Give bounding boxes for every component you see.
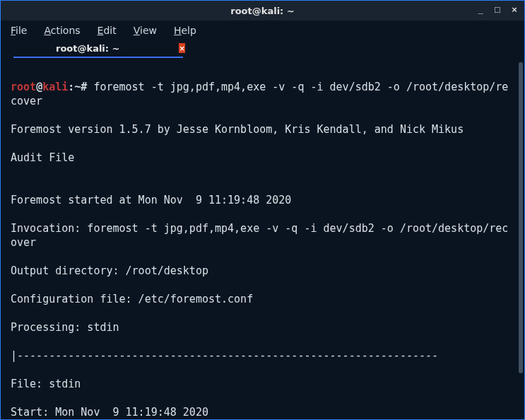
prompt-line: root@kali:~# foremost -t jpg,pdf,mp4,exe…	[11, 80, 514, 108]
menu-actions[interactable]: Actions	[44, 25, 80, 36]
prompt-host: kali	[42, 81, 68, 93]
tab-label: root@kali: ~	[56, 43, 119, 54]
output-line: Output directory: /root/desktop	[11, 264, 514, 278]
minimize-button[interactable]: _	[475, 4, 486, 15]
tabbar: root@kali: ~ ×	[1, 40, 524, 59]
output-line: |---------------------------------------…	[11, 349, 514, 363]
terminal-area[interactable]: root@kali:~# foremost -t jpg,pdf,mp4,exe…	[1, 59, 524, 419]
output-line: Processing: stdin	[11, 320, 514, 334]
prompt-user: root	[11, 81, 36, 93]
menu-edit[interactable]: Edit	[98, 25, 117, 36]
tab-close-icon[interactable]: ×	[179, 43, 184, 53]
prompt-path: :~#	[68, 81, 87, 93]
maximize-button[interactable]: □	[492, 4, 503, 15]
menu-view[interactable]: View	[134, 25, 157, 36]
menubar: File Actions Edit View Help	[1, 21, 524, 40]
window-title: root@kali: ~	[230, 6, 294, 16]
window-controls: _ □ ×	[475, 4, 520, 15]
output-line: Foremost started at Mon Nov 9 11:19:48 2…	[11, 193, 514, 207]
output-line: Foremost version 1.5.7 by Jesse Kornbloo…	[11, 122, 514, 136]
menu-file[interactable]: File	[11, 25, 27, 36]
output-line: Configuration file: /etc/foremost.conf	[11, 292, 514, 306]
output-line: Start: Mon Nov 9 11:19:48 2020	[11, 405, 514, 419]
tab-active[interactable]: root@kali: ~ ×	[13, 42, 183, 58]
output-line: Audit File	[11, 151, 514, 165]
output-line: File: stdin	[11, 377, 514, 391]
window-titlebar: root@kali: ~ _ □ ×	[1, 1, 524, 21]
scrollbar[interactable]	[519, 62, 523, 373]
close-button[interactable]: ×	[509, 4, 520, 15]
output-line: Invocation: foremost -t jpg,pdf,mp4,exe …	[11, 221, 514, 250]
prompt-at: @	[36, 81, 42, 93]
menu-help[interactable]: Help	[174, 25, 196, 36]
